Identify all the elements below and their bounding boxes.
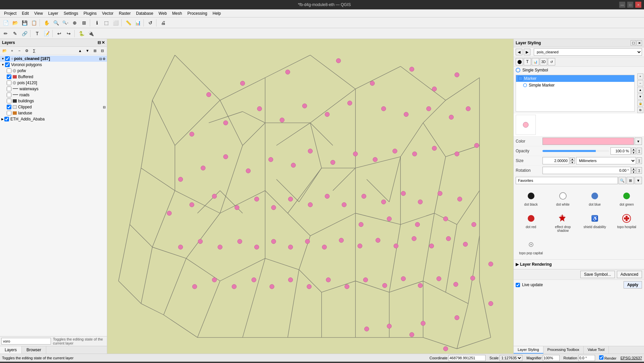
statistics-button[interactable]: 📊	[133, 18, 142, 27]
coordinate-input[interactable]	[449, 355, 486, 361]
plugins-button[interactable]: 🔌	[86, 29, 95, 38]
style-type-3d[interactable]: 3D	[540, 58, 547, 65]
menu-mesh[interactable]: Mesh	[170, 10, 185, 16]
zoom-layer-button[interactable]: ⊞	[80, 18, 88, 27]
identify-button[interactable]: ℹ	[92, 18, 101, 27]
symbol-search-input[interactable]	[516, 177, 618, 184]
layers-panel-collapse[interactable]: ⊟	[98, 40, 101, 45]
move-symbol-down[interactable]: ▼	[637, 94, 643, 100]
color-swatch[interactable]	[542, 138, 634, 145]
menu-web[interactable]: Web	[156, 10, 169, 16]
apply-button[interactable]: Apply	[624, 281, 642, 289]
pan-tool-button[interactable]: ✋	[42, 18, 51, 27]
layer-checkbox-eth[interactable]	[4, 117, 9, 121]
save-as-button[interactable]: 📋	[29, 18, 38, 27]
render-checkbox[interactable]	[599, 355, 603, 360]
edit-button[interactable]: ✎	[11, 29, 19, 38]
menu-help[interactable]: Help	[210, 10, 224, 16]
refresh-button[interactable]: ↺	[146, 18, 155, 27]
rotation-status-input[interactable]	[578, 355, 595, 361]
advanced-button[interactable]: Advanced	[617, 271, 642, 278]
layer-checkbox-buildings[interactable]	[7, 99, 11, 103]
history-forward-button[interactable]: ▶	[524, 49, 530, 55]
scale-select[interactable]: 1:127635	[500, 355, 522, 361]
symbol-topo-pop-capital[interactable]: topo pop capital	[516, 236, 546, 257]
symbol-menu-button[interactable]: ▼	[635, 177, 642, 184]
layer-item-pofw[interactable]: pofw	[0, 68, 107, 74]
layer-checkbox-pois4120[interactable]	[7, 81, 11, 85]
minimize-button[interactable]: —	[619, 2, 625, 8]
map-area[interactable]	[107, 39, 513, 354]
color-picker-button[interactable]: ▼	[635, 138, 642, 145]
layer-item-eth[interactable]: ▶ ETH_Addis_Ababa	[0, 116, 107, 122]
copy-symbol[interactable]: ⧉	[637, 107, 643, 113]
opacity-up[interactable]: ▲	[631, 148, 636, 151]
symbol-effect-drop-shadow[interactable]: effect drop shadow	[548, 210, 578, 235]
layer-checkbox-pois-cleaned[interactable]	[5, 56, 10, 61]
symbol-dot-green[interactable]: dot green	[611, 188, 642, 209]
epsg-badge[interactable]: EPSG:32637	[621, 356, 642, 360]
symbol-dot-black[interactable]: dot black	[516, 188, 546, 209]
new-project-button[interactable]: 📄	[1, 18, 10, 27]
expand-all-button[interactable]: ⊞	[91, 47, 98, 54]
style-type-history[interactable]: ↺	[548, 58, 555, 65]
lock-symbol[interactable]: 🔒	[637, 100, 643, 106]
open-project-button[interactable]: 📂	[11, 18, 19, 27]
add-symbol-layer[interactable]: +	[637, 73, 643, 80]
print-button[interactable]: 🖨	[159, 18, 168, 27]
open-layer-button[interactable]: 📂	[1, 47, 8, 54]
style-type-single[interactable]: ⬤	[516, 58, 523, 65]
menu-vector[interactable]: Vector	[100, 10, 116, 16]
layer-item-roads[interactable]: roads	[0, 92, 107, 98]
menu-processing[interactable]: Processing	[185, 10, 210, 16]
symbol-search-button[interactable]: 🔍	[619, 177, 626, 184]
menu-database[interactable]: Database	[133, 10, 156, 16]
layer-checkbox-roads[interactable]	[7, 93, 11, 97]
zoom-full-button[interactable]: ⊕	[70, 18, 79, 27]
layer-item-buildings[interactable]: buildings	[0, 98, 107, 104]
menu-layer[interactable]: Layer	[46, 10, 61, 16]
sym-tree-marker[interactable]: Marker	[516, 75, 634, 82]
symbol-shield-disability[interactable]: ♿ shield disability	[580, 210, 610, 235]
styling-panel-close[interactable]: ✕	[637, 40, 642, 46]
save-symbol-button[interactable]: Save Symbol...	[580, 271, 615, 278]
opacity-expression-button[interactable]: ∑	[637, 148, 642, 154]
sym-tree-simple-marker[interactable]: Simple Marker	[516, 82, 634, 89]
select-button[interactable]: ⬚	[102, 18, 111, 27]
zoom-out-button[interactable]: 🔍-	[61, 18, 70, 27]
symbol-dot-blue[interactable]: dot blue	[580, 188, 610, 209]
add-layer-button[interactable]: +	[9, 47, 15, 54]
deselect-button[interactable]: ⬜	[111, 18, 120, 27]
layer-item-buffered[interactable]: Buffered	[0, 74, 107, 80]
layer-checkbox-waterways[interactable]	[7, 87, 11, 91]
annotation-button[interactable]: 📝	[42, 29, 51, 38]
styling-panel-float[interactable]: ⬚	[631, 40, 636, 46]
rotation-input[interactable]	[542, 167, 631, 174]
layer-item-pois-cleaned[interactable]: ▼ ⚙ pois_cleaned [187] ⊟ ⚙	[0, 56, 107, 62]
tab-layers[interactable]: Layers	[0, 346, 22, 354]
layer-item-waterways[interactable]: waterways	[0, 86, 107, 92]
history-back-button[interactable]: ◀	[516, 49, 522, 55]
layer-checkbox-pofw[interactable]	[7, 68, 11, 73]
redo-button[interactable]: ↪	[64, 29, 73, 38]
layer-item-landuse[interactable]: landuse	[0, 110, 107, 116]
layer-checkbox-buffered[interactable]	[7, 74, 11, 79]
menu-plugins[interactable]: Plugins	[81, 10, 99, 16]
move-layer-up[interactable]: ▲	[77, 47, 83, 54]
close-button[interactable]: ✕	[635, 2, 641, 8]
size-down[interactable]: ▼	[570, 161, 575, 164]
snap-button[interactable]: 🔗	[20, 29, 29, 38]
symbol-dot-red[interactable]: dot red	[516, 210, 546, 235]
tab-browser[interactable]: Browser	[22, 346, 46, 354]
opacity-input[interactable]	[610, 147, 631, 155]
maximize-button[interactable]: □	[627, 2, 633, 8]
rotation-expression-button[interactable]: ∑	[637, 167, 642, 174]
tab-processing-toolbox[interactable]: Processing Toolbox	[543, 346, 584, 354]
measure-button[interactable]: 📏	[124, 18, 133, 27]
layer-checkbox-clipped[interactable]	[7, 105, 11, 109]
remove-symbol-layer[interactable]: −	[637, 80, 643, 86]
layer-item-voronoi[interactable]: ▼ Voronoi polygons	[0, 62, 107, 68]
size-expression-button[interactable]: ∑	[637, 157, 642, 164]
rotation-up[interactable]: ▲	[631, 167, 636, 170]
size-unit-dropdown[interactable]: Millimeters	[576, 157, 636, 164]
